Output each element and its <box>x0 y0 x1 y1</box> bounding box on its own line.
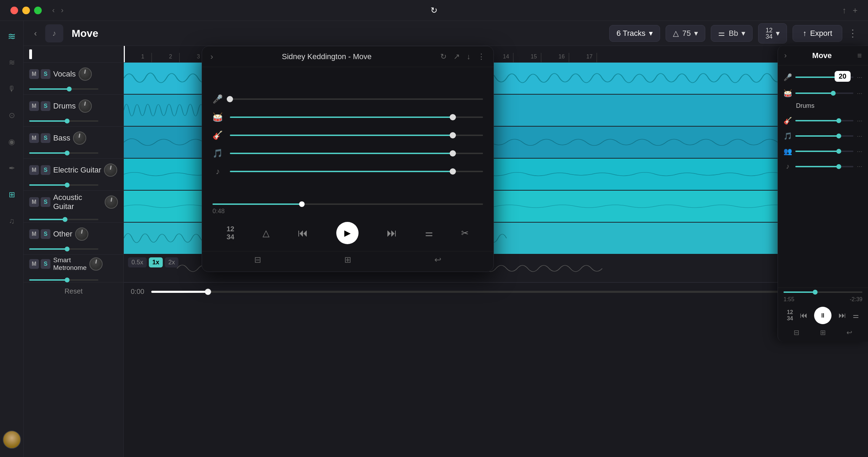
rp-crowd-dots[interactable]: ⋯ <box>857 148 862 155</box>
rp-other-dots[interactable]: ⋯ <box>857 133 862 139</box>
rp-menu-icon[interactable]: ≡ <box>857 51 862 60</box>
modal-download-icon[interactable]: ↓ <box>467 52 471 61</box>
progress-bar[interactable] <box>151 291 861 293</box>
modal-progress-thumb[interactable] <box>299 201 305 207</box>
reload-icon[interactable]: ↻ <box>431 6 437 15</box>
rp-other-slider[interactable] <box>795 135 853 137</box>
add-icon[interactable]: + <box>853 6 858 15</box>
tracks-selector[interactable]: 6 Tracks ▾ <box>609 25 660 42</box>
export-button[interactable]: ↑ Export <box>793 25 842 42</box>
modal-eq-icon[interactable]: ⚌ <box>425 228 433 239</box>
header-controls: 6 Tracks ▾ △ 75 ▾ ⚌ Bb ▾ 12 34 <box>609 23 858 43</box>
rp-guitar-dots[interactable]: ⋯ <box>857 118 862 124</box>
modal-return-icon[interactable]: ↩ <box>434 255 441 265</box>
track-volume-knob[interactable] <box>89 257 103 271</box>
rp-crowd-slider[interactable] <box>795 151 853 152</box>
rp-eq-icon[interactable]: ⚌ <box>853 311 859 320</box>
mute-button[interactable]: M <box>29 69 39 79</box>
solo-button[interactable]: S <box>41 165 50 175</box>
track-volume-knob[interactable] <box>105 195 118 209</box>
solo-button[interactable]: S <box>41 229 50 239</box>
playhead-line <box>124 46 125 62</box>
rp-vocals-dots[interactable]: ⋯ <box>857 74 862 81</box>
solo-button[interactable]: S <box>41 197 50 207</box>
solo-button[interactable]: S <box>41 133 50 143</box>
sidebar-item-ear[interactable]: ◉ <box>5 135 19 149</box>
rp-guitar-slider[interactable] <box>795 120 853 121</box>
modal-refresh-icon[interactable]: ↻ <box>440 52 447 61</box>
modal-share-icon[interactable]: ↗ <box>453 52 460 61</box>
rp-drums-dots[interactable]: ⋯ <box>857 90 862 97</box>
minimize-btn[interactable] <box>22 7 30 14</box>
modal-grid-icon[interactable]: ⊞ <box>344 255 351 265</box>
sidebar-item-layers[interactable]: ≋ <box>5 56 19 70</box>
mute-button[interactable]: M <box>29 101 39 111</box>
titlebar-actions: ↑ + <box>842 6 858 15</box>
drums-mixer-slider[interactable] <box>230 117 483 118</box>
nav-back[interactable]: ‹ <box>52 6 55 15</box>
sidebar-item-notes[interactable]: ♫ <box>5 214 19 228</box>
vocals-mixer-slider[interactable] <box>230 98 483 100</box>
avatar[interactable] <box>3 431 21 449</box>
sidebar-item-mic[interactable]: 🎙 <box>5 82 19 96</box>
modal-time-sig-icon[interactable]: 1234 <box>226 225 234 241</box>
upload-icon[interactable]: ↑ <box>842 6 846 15</box>
mute-button[interactable]: M <box>29 259 39 269</box>
modal-play-button[interactable]: ▶ <box>336 222 359 244</box>
rp-bottom-icons: ⊟ ⊞ ↩ <box>783 328 862 337</box>
rp-rewind-button[interactable]: ⏮ <box>800 311 807 320</box>
rp-music-dots[interactable]: ⋯ <box>857 163 862 170</box>
sidebar-item-grid[interactable]: ⊞ <box>5 188 19 202</box>
modal-progress-bar[interactable] <box>212 203 483 205</box>
time-sig-control[interactable]: 12 34 ▾ <box>758 23 787 43</box>
other-mixer-slider[interactable] <box>230 153 483 154</box>
rp-grid-icon[interactable]: ⊞ <box>820 328 826 337</box>
solo-button[interactable]: S <box>41 101 50 111</box>
solo-button[interactable]: S <box>41 69 50 79</box>
modal-subtitles-icon[interactable]: ⊟ <box>254 255 261 265</box>
rp-sub-icon[interactable]: ⊟ <box>794 328 799 337</box>
modal-scissors-icon[interactable]: ✂ <box>461 228 469 239</box>
tempo-control[interactable]: △ 75 ▾ <box>666 25 705 42</box>
mute-button[interactable]: M <box>29 197 39 207</box>
modal-rewind-button[interactable]: ⏮ <box>298 227 308 239</box>
rp-music-slider[interactable] <box>795 166 853 167</box>
music-mixer-slider[interactable] <box>230 171 483 172</box>
solo-button[interactable]: S <box>41 259 50 269</box>
track-volume-knob[interactable] <box>75 227 88 241</box>
rp-return-icon[interactable]: ↩ <box>846 328 852 337</box>
modal-more-icon[interactable]: ⋮ <box>477 52 485 61</box>
rp-progress-thumb[interactable] <box>813 290 818 295</box>
modal-forward-button[interactable]: ⏭ <box>387 227 397 239</box>
mute-button[interactable]: M <box>29 133 39 143</box>
sidebar-item-save[interactable]: ⊙ <box>5 109 19 122</box>
mute-button[interactable]: M <box>29 229 39 239</box>
rp-progress-bar[interactable] <box>783 291 862 293</box>
track-volume-knob[interactable] <box>79 99 92 113</box>
guitar-mixer-slider[interactable] <box>230 135 483 136</box>
rp-pause-button[interactable]: ⏸ <box>814 307 831 324</box>
modal-header-icons: ↻ ↗ ↓ ⋮ <box>440 52 485 61</box>
track-volume-knob[interactable] <box>104 163 117 177</box>
progress-thumb[interactable] <box>205 289 211 295</box>
rp-forward-button[interactable]: ⏭ <box>838 311 846 320</box>
modal-collapse-icon[interactable]: › <box>210 52 213 62</box>
more-options-button[interactable]: ⋮ <box>848 27 858 39</box>
sidebar-item-brush[interactable]: ✒ <box>5 161 19 175</box>
modal-controls: 1234 △ ⏮ ▶ ⏭ ⚌ ✂ <box>202 218 493 251</box>
nav-forward[interactable]: › <box>61 6 63 15</box>
reset-button[interactable]: Reset <box>24 282 123 300</box>
track-volume-knob[interactable] <box>73 131 86 145</box>
mute-button[interactable]: M <box>29 165 39 175</box>
svg-text:15: 15 <box>531 54 537 59</box>
rp-drums-slider[interactable] <box>795 93 853 94</box>
maximize-btn[interactable] <box>34 7 42 14</box>
back-button[interactable]: ‹ <box>34 29 37 38</box>
app-logo[interactable]: ≋ <box>5 29 19 43</box>
close-btn[interactable] <box>10 7 18 14</box>
modal-metronome-icon[interactable]: △ <box>263 228 270 239</box>
key-control[interactable]: ⚌ Bb ▾ <box>711 25 753 42</box>
track-volume-knob[interactable] <box>79 67 92 81</box>
rp-chevron-icon[interactable]: › <box>784 51 787 60</box>
rp-speed-icon[interactable]: 1234 <box>787 309 793 322</box>
